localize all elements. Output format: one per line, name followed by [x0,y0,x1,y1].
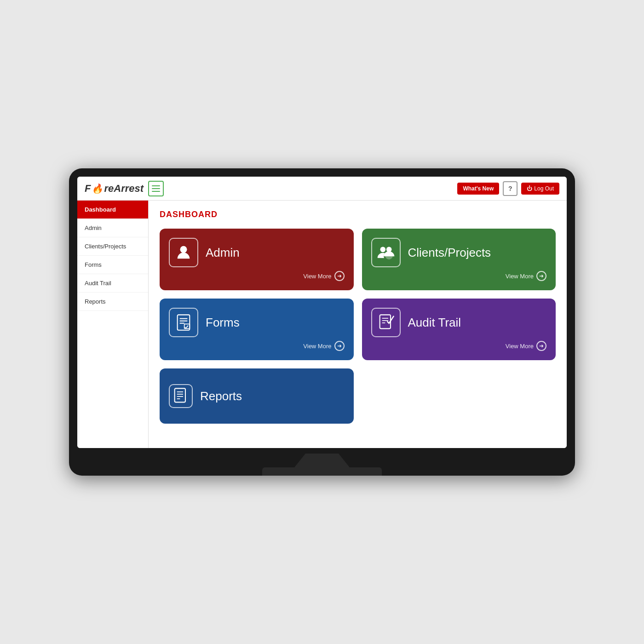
forms-view-more[interactable]: View More ➜ [169,341,345,351]
audit-icon-box [371,308,401,337]
page-title: DASHBOARD [160,210,556,219]
forms-icon [174,313,193,332]
logo: F🔥reArrest [85,183,144,195]
admin-icon [174,243,193,262]
hamburger-line-2 [152,188,160,189]
sidebar-item-admin[interactable]: Admin [77,219,148,237]
svg-point-0 [180,246,187,253]
hamburger-line-3 [152,191,160,192]
tv-stand-neck [294,454,350,467]
sidebar-item-reports[interactable]: Reports [77,293,148,311]
sidebar: Dashboard Admin Clients/Projects Forms A… [77,201,149,448]
tv-outer: F🔥reArrest What's New ? ⏻ Log Out [69,168,575,476]
sidebar-item-forms[interactable]: Forms [77,256,148,274]
audit-icon [377,313,395,332]
tv-stand-foot [262,467,382,476]
audit-view-more[interactable]: View More ➜ [371,341,547,351]
forms-card[interactable]: Forms View More ➜ [160,299,354,360]
content-area: DASHBOARD Admin [149,201,567,448]
svg-rect-9 [380,315,390,328]
svg-rect-4 [178,315,190,330]
clients-projects-card[interactable]: Clients/Projects View More ➜ [362,229,556,290]
forms-arrow-icon: ➜ [334,341,345,351]
admin-arrow-icon: ➜ [334,271,345,281]
forms-icon-box [169,308,198,337]
hamburger-button[interactable] [148,181,164,196]
header: F🔥reArrest What's New ? ⏻ Log Out [77,177,567,201]
svg-point-2 [386,247,391,253]
logout-button[interactable]: ⏻ Log Out [521,183,559,195]
help-button[interactable]: ? [503,181,518,196]
audit-card-label: Audit Trail [408,316,461,330]
tv-screen: F🔥reArrest What's New ? ⏻ Log Out [77,177,567,448]
clients-icon [377,243,395,262]
admin-card-label: Admin [206,246,240,260]
reports-icon [172,387,190,405]
audit-arrow-icon: ➜ [536,341,546,351]
admin-card[interactable]: Admin View More ➜ [160,229,354,290]
header-right: What's New ? ⏻ Log Out [457,181,559,196]
sidebar-item-dashboard[interactable]: Dashboard [77,201,148,219]
reports-card[interactable]: Reports [160,368,354,424]
admin-icon-box [169,238,198,267]
logo-fire-icon: 🔥 [92,183,103,194]
svg-rect-13 [175,388,185,402]
header-left: F🔥reArrest [85,181,164,196]
clients-card-label: Clients/Projects [408,246,491,260]
sidebar-item-clients-projects[interactable]: Clients/Projects [77,237,148,256]
reports-card-label: Reports [200,389,242,403]
logo-f: F [85,183,91,195]
hamburger-line-1 [152,185,160,186]
sidebar-item-audit-trail[interactable]: Audit Trail [77,274,148,293]
admin-view-more[interactable]: View More ➜ [169,271,345,281]
main-layout: Dashboard Admin Clients/Projects Forms A… [77,201,567,448]
clients-arrow-icon: ➜ [536,271,546,281]
audit-trail-card[interactable]: Audit Trail View More ➜ [362,299,556,360]
reports-icon-box [169,384,193,408]
whats-new-button[interactable]: What's New [457,183,499,195]
clients-view-more[interactable]: View More ➜ [371,271,547,281]
logout-icon: ⏻ [527,185,532,192]
logo-rearrest: reArrest [104,183,144,195]
svg-point-1 [380,247,385,253]
cards-grid: Admin View More ➜ [160,229,556,424]
logout-label: Log Out [534,185,554,192]
tv-stand [77,448,567,476]
forms-card-label: Forms [206,316,240,330]
clients-icon-box [371,238,401,267]
